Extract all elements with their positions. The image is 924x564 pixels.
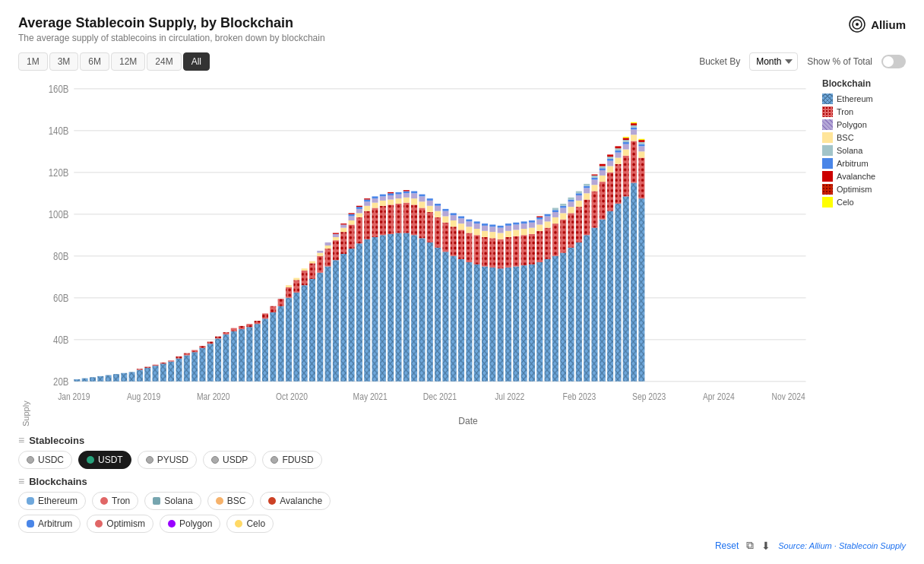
svg-rect-228 [521, 235, 527, 265]
chip-usdc[interactable]: USDC [18, 451, 72, 469]
svg-rect-252 [552, 210, 559, 212]
svg-rect-64 [215, 338, 221, 381]
svg-rect-155 [403, 192, 410, 194]
svg-rect-209 [489, 232, 495, 238]
legend-solana: Solana [822, 145, 906, 156]
svg-rect-262 [568, 207, 574, 213]
chart-controls: 1M 3M 6M 12M 24M All Bucket By Month Wee… [18, 52, 906, 71]
svg-rect-220 [505, 226, 511, 231]
time-btn-24m[interactable]: 24M [147, 52, 181, 71]
svg-rect-130 [372, 237, 378, 382]
blockchains-chips: Ethereum Tron Solana BSC Avalanche [18, 492, 906, 510]
chip-ethereum[interactable]: Ethereum [18, 492, 86, 510]
svg-rect-162 [419, 238, 425, 381]
svg-rect-68 [231, 331, 237, 382]
svg-rect-142 [388, 200, 394, 205]
svg-rect-194 [466, 227, 472, 233]
chip-usdt[interactable]: USDT [78, 451, 131, 469]
svg-rect-304 [615, 148, 621, 151]
svg-rect-139 [380, 195, 386, 197]
svg-rect-305 [615, 146, 621, 148]
blockchains-chips-row2: Arbitrum Optimism Polygon Celo [18, 515, 906, 533]
svg-rect-200 [474, 223, 480, 229]
chip-bsc[interactable]: BSC [207, 492, 255, 510]
chip-pyusd[interactable]: PYUSD [138, 451, 197, 469]
svg-rect-329 [638, 139, 644, 140]
time-btn-12m[interactable]: 12M [111, 52, 145, 71]
svg-rect-56 [184, 355, 190, 381]
svg-rect-55 [176, 356, 182, 359]
svg-rect-57 [184, 353, 190, 356]
svg-rect-191 [458, 217, 464, 219]
svg-rect-117 [349, 213, 355, 214]
time-btn-6m[interactable]: 6M [80, 52, 109, 71]
svg-rect-91 [309, 279, 315, 382]
svg-rect-113 [349, 225, 355, 249]
chip-usdp[interactable]: USDP [203, 451, 256, 469]
svg-rect-307 [623, 156, 629, 197]
svg-rect-237 [536, 262, 543, 382]
time-btn-3m[interactable]: 3M [49, 52, 79, 71]
svg-rect-198 [474, 235, 480, 265]
svg-rect-85 [293, 293, 299, 382]
svg-rect-74 [255, 324, 261, 382]
svg-rect-199 [474, 229, 480, 235]
svg-rect-282 [591, 178, 597, 180]
svg-rect-133 [372, 198, 378, 203]
chart-legend: Blockchain Ethereum Tron Polygon [815, 78, 906, 413]
svg-rect-241 [536, 217, 543, 220]
page-title: Average Stablecoin Supply, by Blockchain [18, 15, 325, 31]
svg-rect-121 [356, 209, 362, 214]
svg-rect-261 [568, 213, 574, 247]
blockchains-label: Blockchains [29, 476, 87, 487]
svg-rect-84 [286, 285, 292, 287]
chip-solana[interactable]: Solana [144, 492, 201, 510]
svg-rect-158 [411, 204, 417, 235]
svg-rect-137 [380, 201, 386, 206]
svg-rect-167 [427, 242, 433, 382]
svg-rect-146 [395, 233, 401, 382]
chip-celo[interactable]: Celo [226, 515, 274, 533]
time-btn-1m[interactable]: 1M [18, 52, 48, 71]
chip-optimism[interactable]: Optimism [87, 515, 153, 533]
copy-icon[interactable]: ⧉ [746, 539, 754, 552]
svg-rect-180 [442, 211, 448, 217]
chip-polygon[interactable]: Polygon [160, 515, 220, 533]
chip-tron[interactable]: Tron [92, 492, 138, 510]
svg-rect-234 [529, 228, 535, 234]
svg-rect-210 [489, 227, 495, 232]
svg-rect-86 [293, 280, 299, 293]
svg-rect-105 [333, 234, 339, 237]
svg-rect-147 [395, 204, 401, 233]
svg-rect-48 [153, 366, 159, 382]
svg-rect-266 [576, 242, 582, 382]
svg-rect-251 [552, 212, 559, 217]
svg-rect-97 [317, 251, 323, 253]
time-btn-all[interactable]: All [183, 52, 210, 71]
svg-text:Aug 2019: Aug 2019 [127, 392, 160, 402]
svg-rect-136 [380, 206, 386, 236]
svg-rect-249 [552, 223, 559, 256]
usdc-dot [27, 456, 34, 464]
reset-button[interactable]: Reset [715, 540, 739, 551]
chip-fdusd[interactable]: FDUSD [262, 451, 321, 469]
source-link[interactable]: Source: Allium · Stablecoin Supply [778, 541, 906, 550]
download-icon[interactable]: ⬇ [761, 540, 771, 552]
svg-rect-306 [623, 196, 629, 381]
svg-rect-63 [207, 342, 214, 344]
svg-rect-77 [262, 313, 268, 318]
chip-avalanche[interactable]: Avalanche [260, 492, 331, 510]
svg-rect-100 [325, 246, 331, 249]
svg-rect-37 [82, 379, 88, 382]
svg-rect-59 [191, 350, 198, 353]
svg-rect-293 [607, 173, 613, 211]
svg-rect-65 [215, 337, 221, 339]
show-pct-toggle[interactable] [881, 55, 906, 68]
svg-rect-112 [349, 249, 355, 382]
svg-rect-316 [631, 135, 637, 141]
svg-rect-328 [638, 140, 644, 142]
svg-rect-216 [498, 226, 504, 228]
svg-rect-226 [513, 223, 519, 225]
bucket-select[interactable]: Month Week Day [749, 52, 798, 71]
chip-arbitrum[interactable]: Arbitrum [18, 515, 81, 533]
